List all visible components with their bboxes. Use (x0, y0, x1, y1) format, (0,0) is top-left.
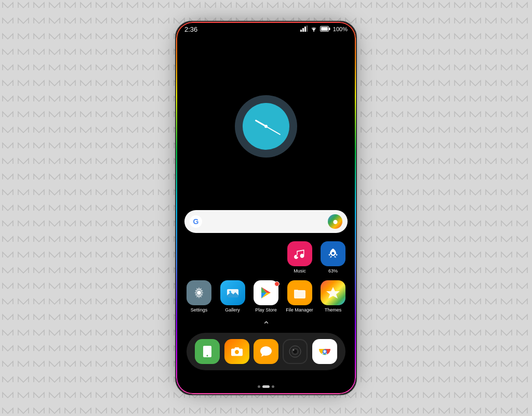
svg-point-24 (293, 349, 295, 351)
status-bar: 2:36 (176, 22, 356, 36)
app-drawer-handle[interactable]: ⌃ (184, 319, 348, 331)
nav-area (176, 379, 356, 394)
phone-body: 2:36 (175, 21, 357, 395)
settings-icon (187, 280, 211, 305)
app-themes[interactable]: Themes (318, 280, 348, 313)
clock-area (176, 36, 356, 206)
status-icons: 100% (300, 25, 348, 33)
dock-camera2[interactable] (283, 339, 308, 364)
google-search-bar[interactable]: G (184, 210, 348, 233)
clock-face (243, 103, 289, 150)
phone-device: 2:36 (175, 21, 357, 395)
svg-point-6 (313, 31, 314, 32)
google-mic-button[interactable] (328, 214, 342, 229)
nav-dot-1 (258, 385, 260, 388)
rocket-label: 63% (328, 268, 338, 274)
svg-rect-5 (307, 25, 308, 32)
bottom-area: G Music (176, 206, 356, 379)
playstore-label: Play Store (255, 307, 277, 313)
dock-chrome[interactable] (312, 339, 337, 364)
status-time: 2:36 (184, 25, 197, 33)
volume-button[interactable] (356, 105, 357, 131)
svg-point-28 (323, 350, 326, 353)
search-bar-row: G (184, 210, 348, 233)
wifi-icon (310, 26, 317, 33)
svg-rect-2 (300, 30, 302, 32)
settings-label: Settings (191, 307, 208, 313)
dock-camera[interactable] (224, 339, 249, 364)
playstore-icon (254, 280, 278, 305)
phone-screen: 2:36 (176, 22, 356, 394)
svg-rect-9 (321, 27, 328, 31)
app-row-main: Settings Gallery (184, 280, 348, 313)
clock-minute-hand (266, 126, 281, 135)
app-gallery[interactable]: Gallery (218, 280, 247, 313)
app-music[interactable]: Music (285, 241, 314, 274)
music-label: Music (294, 268, 306, 274)
svg-rect-4 (304, 27, 306, 32)
gallery-label: Gallery (225, 307, 240, 313)
svg-rect-20 (294, 290, 305, 298)
svg-rect-8 (329, 28, 330, 30)
rocket-icon (321, 241, 345, 266)
app-row-top: Music (184, 241, 348, 274)
clock-background (235, 95, 297, 158)
gallery-icon (220, 280, 245, 305)
app-filemanager[interactable]: File Manager (285, 280, 314, 313)
music-icon (287, 241, 312, 266)
battery-percent: 100% (333, 26, 348, 32)
svg-rect-3 (302, 28, 304, 32)
dock (187, 333, 345, 370)
app-settings[interactable]: Settings (184, 280, 214, 313)
signal-icon (300, 25, 308, 33)
dock-messages[interactable] (254, 339, 278, 364)
themes-label: Themes (325, 307, 342, 313)
filemanager-label: File Manager (286, 307, 313, 313)
filemanager-icon (287, 280, 312, 305)
themes-icon (321, 280, 345, 305)
dock-phone[interactable] (195, 339, 220, 364)
power-button[interactable] (356, 136, 357, 178)
app-playstore[interactable]: Play Store (251, 280, 281, 313)
chevron-up-icon: ⌃ (262, 319, 270, 331)
clock-widget[interactable] (235, 95, 297, 158)
screen-content: G Music (176, 36, 356, 379)
google-g-logo: G (190, 215, 202, 228)
nav-dot-active (262, 385, 270, 388)
battery-icon (320, 26, 330, 33)
nav-dot-3 (272, 385, 274, 388)
svg-point-10 (332, 252, 335, 255)
app-rocket[interactable]: 63% (318, 241, 348, 274)
